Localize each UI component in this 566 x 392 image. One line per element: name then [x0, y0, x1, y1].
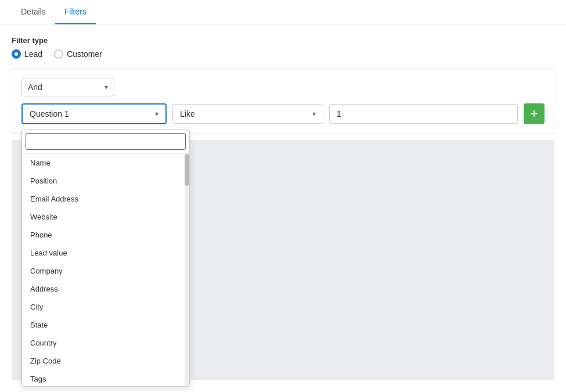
like-dropdown-value: Like [180, 109, 195, 118]
chevron-down-icon-2: ▾ [155, 110, 158, 118]
question-dropdown-value: Question 1 [30, 109, 69, 118]
list-item[interactable]: Name [22, 154, 189, 172]
dropdown-search-input[interactable] [26, 133, 186, 150]
tab-details[interactable]: Details [12, 0, 55, 24]
tabs-bar: Details Filters [0, 0, 566, 24]
tab-filters[interactable]: Filters [55, 0, 96, 24]
list-item[interactable]: Website [22, 208, 189, 226]
question-dropdown[interactable]: Question 1 ▾ [21, 103, 167, 124]
content-area: Filter type Lead Customer And [0, 24, 566, 392]
chevron-down-icon-3: ▾ [312, 110, 316, 118]
radio-lead-circle [12, 49, 21, 59]
list-item[interactable]: Tags [22, 370, 189, 386]
dropdown-search-area [22, 130, 189, 154]
and-dropdown-value: And [28, 82, 42, 92]
list-item[interactable]: Lead value [22, 244, 189, 262]
filter-box: And ▾ Question 1 ▾ Like ▾ + [12, 68, 554, 134]
filter-row: Question 1 ▾ Like ▾ + Name [21, 103, 545, 124]
radio-customer[interactable]: Customer [54, 49, 102, 59]
value-input[interactable] [329, 104, 518, 124]
list-item[interactable]: Address [22, 280, 189, 298]
list-item[interactable]: Country [22, 334, 189, 352]
like-dropdown[interactable]: Like ▾ [172, 104, 323, 124]
add-filter-button[interactable]: + [524, 103, 545, 124]
radio-lead[interactable]: Lead [12, 49, 42, 59]
list-item[interactable]: Position [22, 172, 189, 190]
and-select-row: And ▾ [21, 78, 545, 96]
scrollbar-thumb[interactable] [185, 154, 189, 186]
list-item[interactable]: City [22, 298, 189, 316]
radio-group: Lead Customer [12, 49, 554, 59]
radio-customer-label: Customer [67, 49, 102, 59]
question-dropdown-popup: Name Position Email Address Website Phon… [21, 129, 190, 387]
radio-customer-circle [54, 49, 63, 59]
radio-lead-label: Lead [24, 49, 42, 59]
filter-type-label: Filter type [12, 36, 554, 45]
list-item[interactable]: Zip Code [22, 352, 189, 370]
list-item[interactable]: State [22, 316, 189, 334]
list-item[interactable]: Email Address [22, 190, 189, 208]
scrollbar-track [185, 154, 189, 386]
dropdown-list: Name Position Email Address Website Phon… [22, 154, 189, 386]
filter-type-section: Filter type Lead Customer [12, 36, 554, 59]
dropdown-scroll-container: Name Position Email Address Website Phon… [22, 154, 189, 386]
list-item[interactable]: Phone [22, 226, 189, 244]
chevron-down-icon: ▾ [104, 83, 108, 91]
list-item[interactable]: Company [22, 262, 189, 280]
and-dropdown[interactable]: And ▾ [21, 78, 114, 96]
